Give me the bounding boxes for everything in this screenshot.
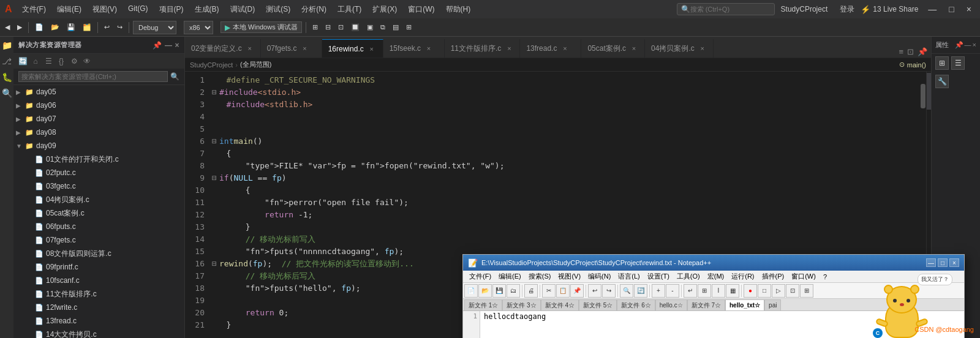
sidebar-tool-settings[interactable]: ⚙ — [69, 56, 80, 67]
platform-select[interactable]: x86 x64 — [184, 21, 213, 34]
npp-tab-新文件1☆[interactable]: 新文件 1☆ — [464, 299, 502, 310]
npp-tool-print[interactable]: 🖨 — [524, 284, 538, 298]
tab-15fseek.c[interactable]: 15fseek.c× — [383, 39, 445, 58]
npp-menu-T[interactable]: 设置(T) — [644, 271, 673, 282]
tree-item-04拷贝案例.c[interactable]: 📄04拷贝案例.c — [13, 193, 184, 206]
minimize-btn[interactable]: — — [924, 4, 940, 14]
tab-split-icon[interactable]: ⊡ — [906, 46, 915, 58]
npp-tool-col2[interactable]: ▦ — [726, 284, 739, 298]
npp-tool-cut[interactable]: ✂ — [542, 284, 556, 298]
npp-menu-[interactable]: ? — [820, 272, 831, 281]
npp-menu-V[interactable]: 视图(V) — [554, 271, 584, 282]
menu-item-F[interactable]: 文件(F) — [17, 3, 51, 16]
activity-search-icon[interactable]: 🔍 — [1, 87, 13, 99]
npp-maximize-btn[interactable]: □ — [938, 258, 948, 267]
tab-04拷贝案例.c[interactable]: 04拷贝案例.c× — [645, 39, 714, 58]
tree-item-12fwrite.c[interactable]: 📄12fwrite.c — [13, 301, 184, 314]
tree-item-day05[interactable]: ▶📁day05 — [13, 85, 184, 99]
sidebar-close-icon[interactable]: × — [175, 41, 179, 50]
menu-item-X[interactable]: 扩展(X) — [368, 3, 402, 16]
menu-item-GitG[interactable]: Git(G) — [123, 3, 153, 16]
activity-explorer-icon[interactable]: 📁 — [1, 39, 13, 51]
toolbar-redo[interactable]: ↪ — [115, 22, 125, 32]
npp-menu-S[interactable]: 搜索(S) — [525, 271, 555, 282]
tree-item-07fgets.c[interactable]: 📄07fgets.c — [13, 233, 184, 247]
npp-tool-4[interactable]: ⊡ — [786, 284, 799, 298]
npp-tool-indent[interactable]: ⊞ — [698, 284, 711, 298]
npp-tool-zoom-out[interactable]: - — [666, 284, 679, 298]
npp-menu-N[interactable]: 编码(N) — [584, 271, 614, 282]
tree-item-day08[interactable]: ▶📁day08 — [13, 126, 184, 139]
close-btn[interactable]: × — [963, 4, 975, 14]
sidebar-pin-icon[interactable]: — — [165, 41, 173, 50]
search-input[interactable] — [690, 6, 764, 13]
sidebar-tool-code[interactable]: {} — [56, 56, 67, 67]
tab-close-btn[interactable]: × — [505, 44, 513, 53]
npp-tab-新文件5☆[interactable]: 新文件 5☆ — [579, 299, 617, 310]
tab-02变量的定义.c[interactable]: 02变量的定义.c× — [185, 39, 261, 58]
menu-item-B[interactable]: 生成(B) — [190, 3, 224, 16]
toolbar-open[interactable]: 📂 — [48, 22, 62, 32]
prop-pin-icon[interactable]: 📌 — [955, 41, 963, 49]
debug-mode-select[interactable]: Debug Release — [133, 21, 176, 34]
toolbar-extra2[interactable]: ⊟ — [323, 22, 333, 32]
npp-menu-E[interactable]: 编辑(E) — [495, 271, 525, 282]
toolbar-extra3[interactable]: ⊡ — [336, 22, 346, 32]
tree-item-day09[interactable]: ▼📁day09 — [13, 139, 184, 152]
tab-close-btn[interactable]: × — [368, 45, 376, 53]
npp-minimize-btn[interactable]: — — [926, 258, 936, 267]
npp-tab-hello.c☆[interactable]: hello.c☆ — [655, 299, 687, 310]
menu-item-T[interactable]: 工具(T) — [333, 3, 366, 16]
npp-tool-copy[interactable]: 📋 — [556, 284, 570, 298]
npp-tool-5[interactable]: ⊞ — [800, 284, 813, 298]
tab-16rewind.c[interactable]: 16rewind.c× — [322, 39, 383, 58]
npp-tool-save[interactable]: 💾 — [492, 284, 506, 298]
user-login[interactable]: 登录 — [840, 4, 854, 15]
npp-menu-R[interactable]: 运行(R) — [728, 271, 758, 282]
tab-close-btn[interactable]: × — [630, 44, 638, 53]
npp-menu-O[interactable]: 工具(O) — [673, 271, 704, 282]
nav-back-btn[interactable]: ◀ — [2, 22, 12, 32]
prop-list-icon[interactable]: ☰ — [951, 56, 965, 70]
sidebar-search-input[interactable] — [18, 71, 168, 82]
npp-tab-新文件3☆[interactable]: 新文件 3☆ — [502, 299, 540, 310]
npp-tool-wrap[interactable]: ↵ — [684, 284, 697, 298]
search-box[interactable]: 🔍 — [677, 3, 775, 15]
toolbar-new[interactable]: 📄 — [32, 22, 46, 32]
npp-menu-M[interactable]: 宏(M) — [704, 271, 728, 282]
liveshare-btn[interactable]: ⚡ 13 Live Share — [861, 5, 918, 14]
npp-tool-redo[interactable]: ↪ — [602, 284, 616, 298]
npp-menu-P[interactable]: 插件(P) — [758, 271, 788, 282]
npp-tool-saveall[interactable]: 🗂 — [507, 284, 520, 298]
tab-05cat案例.c[interactable]: 05cat案例.c× — [581, 39, 645, 58]
tab-close-btn[interactable]: × — [246, 44, 254, 53]
npp-tool-new[interactable]: 📄 — [464, 284, 478, 298]
npp-tab-新文件7☆[interactable]: 新文件 7☆ — [687, 299, 725, 310]
prop-close-icon[interactable]: × — [973, 41, 976, 49]
tab-close-btn[interactable]: × — [560, 44, 569, 53]
menu-item-V[interactable]: 视图(V) — [88, 3, 122, 16]
activity-debug-icon[interactable]: 🐛 — [1, 71, 13, 83]
tab-close-btn[interactable]: × — [300, 44, 309, 53]
tree-item-10fscanf.c[interactable]: 📄10fscanf.c — [13, 274, 184, 287]
npp-tab-新文件4☆[interactable]: 新文件 4☆ — [541, 299, 579, 310]
menu-item-E[interactable]: 编辑(E) — [52, 3, 86, 16]
npp-tool-col1[interactable]: I — [712, 284, 725, 298]
tab-07fgets.c[interactable]: 07fgets.c× — [261, 39, 322, 58]
npp-menu-L[interactable]: 语言(L) — [614, 271, 643, 282]
toolbar-undo[interactable]: ↩ — [102, 22, 112, 32]
sidebar-search-go-icon[interactable]: 🔍 — [170, 72, 179, 81]
toolbar-extra8[interactable]: ⊞ — [404, 22, 414, 32]
sidebar-tool-props[interactable]: ☰ — [43, 56, 54, 67]
menu-item-W[interactable]: 窗口(W) — [403, 3, 439, 16]
npp-tab-hello_txt☆[interactable]: hello_txt☆ — [725, 299, 764, 310]
toolbar-extra7[interactable]: ▤ — [390, 22, 401, 32]
tree-item-08文件版四则运算.c[interactable]: 📄08文件版四则运算.c — [13, 247, 184, 260]
tree-item-06fputs.c[interactable]: 📄06fputs.c — [13, 220, 184, 233]
tab-close-btn[interactable]: × — [424, 44, 433, 53]
tab-13fread.c[interactable]: 13fread.c× — [520, 39, 581, 58]
toolbar-extra6[interactable]: ⧉ — [378, 22, 388, 32]
npp-tool-paste[interactable]: 📌 — [570, 284, 584, 298]
tree-item-02fputc.c[interactable]: 📄02fputc.c — [13, 166, 184, 179]
tree-item-day07[interactable]: ▶📁day07 — [13, 112, 184, 126]
